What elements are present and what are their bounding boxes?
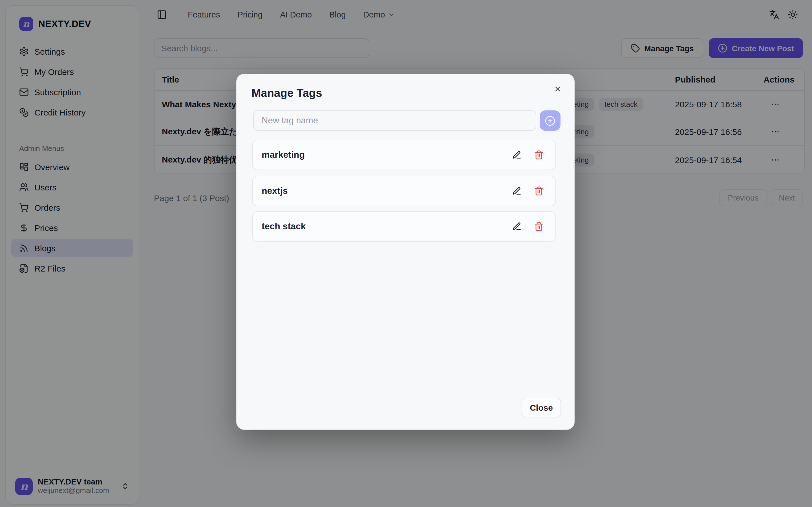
tag-name: tech stack [262,221,306,231]
tag-list-item: nextjs [252,176,556,206]
edit-pencil-icon[interactable] [512,150,522,160]
app: n NEXTY.DEV Settings My Orders Subscr [0,0,812,507]
trash-icon[interactable] [534,186,544,196]
add-tag-button[interactable] [540,110,560,131]
manage-tags-dialog: Manage Tags marketing nextjs [236,74,574,430]
tag-name: nextjs [262,186,288,196]
tag-list-item: marketing [252,140,556,170]
edit-pencil-icon[interactable] [512,186,522,196]
trash-icon[interactable] [534,150,544,160]
tag-name: marketing [262,150,305,160]
edit-pencil-icon[interactable] [512,222,522,231]
circle-plus-icon [545,115,555,126]
trash-icon[interactable] [534,222,544,231]
dialog-close-button[interactable]: Close [522,398,561,417]
dialog-title: Manage Tags [252,87,322,100]
new-tag-input[interactable] [253,110,536,131]
close-icon[interactable] [554,85,562,93]
tag-list-item: tech stack [252,211,556,242]
